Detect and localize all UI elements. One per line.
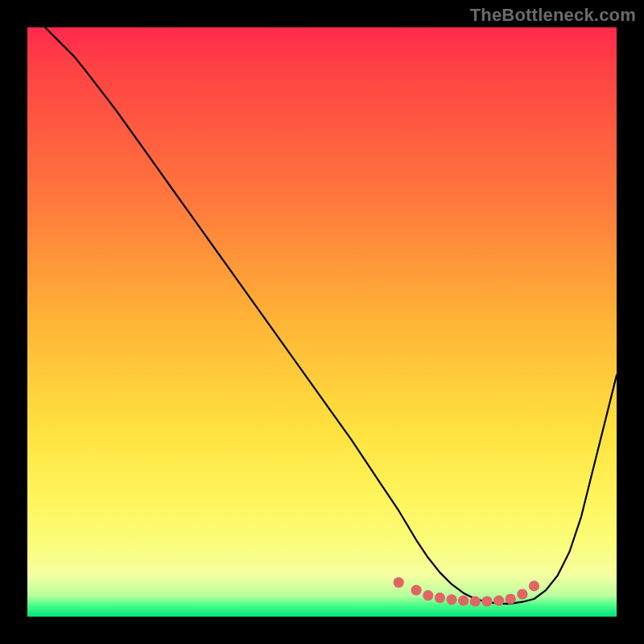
trough-marker [506,593,516,604]
trough-marker [446,594,456,605]
trough-marker [394,577,404,588]
trough-marker [435,592,445,603]
watermark-text: TheBottleneck.com [470,5,636,26]
trough-marker [517,589,527,600]
trough-marker [423,590,433,601]
trough-marker [493,596,504,606]
plot-area [27,27,617,617]
trough-marker [529,580,539,591]
trough-markers [394,577,540,607]
trough-marker [411,585,422,596]
trough-marker [458,596,469,606]
trough-marker [470,596,481,606]
chart-frame: TheBottleneck.com [0,0,644,644]
trough-marker [481,596,492,606]
chart-svg [27,27,617,617]
main-curve [45,27,617,604]
